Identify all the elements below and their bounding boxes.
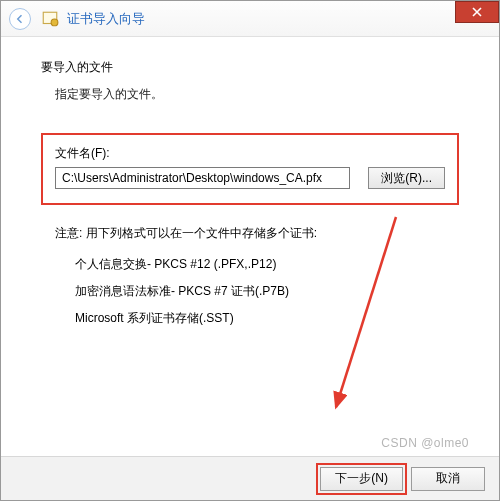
note-heading: 注意: 用下列格式可以在一个文件中存储多个证书: (55, 225, 459, 242)
cancel-button[interactable]: 取消 (411, 467, 485, 491)
next-button[interactable]: 下一步(N) (320, 467, 403, 491)
wizard-footer: 下一步(N) 取消 (1, 456, 499, 500)
file-selection-highlight: 文件名(F): 浏览(R)... (41, 133, 459, 205)
wizard-window: 证书导入向导 要导入的文件 指定要导入的文件。 文件名(F): 浏览(R)...… (0, 0, 500, 501)
note-block: 注意: 用下列格式可以在一个文件中存储多个证书: 个人信息交换- PKCS #1… (55, 225, 459, 327)
watermark: CSDN @olme0 (381, 436, 469, 450)
close-button[interactable] (455, 1, 499, 23)
close-icon (472, 7, 482, 17)
section-heading: 要导入的文件 (41, 59, 459, 76)
note-item: Microsoft 系列证书存储(.SST) (75, 310, 459, 327)
file-path-input[interactable] (55, 167, 350, 189)
wizard-body: 要导入的文件 指定要导入的文件。 文件名(F): 浏览(R)... 注意: 用下… (1, 37, 499, 456)
section-subtext: 指定要导入的文件。 (55, 86, 459, 103)
browse-button[interactable]: 浏览(R)... (368, 167, 445, 189)
note-item: 加密消息语法标准- PKCS #7 证书(.P7B) (75, 283, 459, 300)
wizard-title: 证书导入向导 (67, 10, 145, 28)
svg-point-1 (51, 19, 58, 26)
note-item: 个人信息交换- PKCS #12 (.PFX,.P12) (75, 256, 459, 273)
titlebar: 证书导入向导 (1, 1, 499, 37)
certificate-icon (41, 10, 59, 28)
file-row: 浏览(R)... (55, 167, 445, 189)
arrow-left-icon (14, 13, 26, 25)
back-button[interactable] (9, 8, 31, 30)
file-label: 文件名(F): (55, 145, 445, 162)
